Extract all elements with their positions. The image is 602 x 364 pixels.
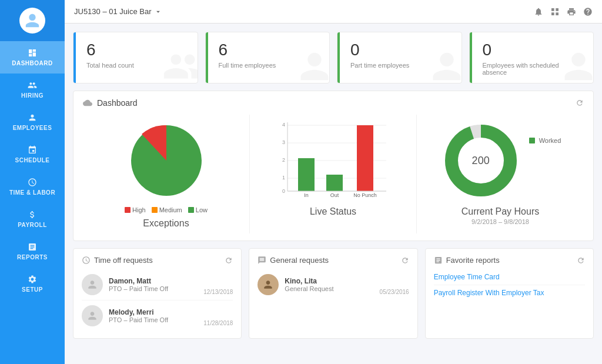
sidebar-item-schedule[interactable]: SCHEDULE [0, 138, 65, 171]
message-icon [257, 256, 266, 265]
live-status-title: Live Status [310, 206, 356, 217]
donut-chart: 200 [440, 119, 522, 202]
sidebar-item-setup[interactable]: SETUP [0, 268, 65, 300]
cloud-icon [83, 98, 92, 108]
general-requests-refresh-icon[interactable] [401, 256, 409, 265]
pay-hours-chart: 200 Worked Current Pay Hours 9/2/2018 – … [417, 115, 584, 233]
stat-card-fulltime: 6 Full time employees [205, 32, 330, 84]
exceptions-chart: High Medium Low Exceptions [83, 115, 250, 233]
dashboard-panel: Dashboard [73, 91, 594, 241]
request-info-0: Damon, Matt PTO – Paid Time Off [109, 277, 198, 292]
favorite-reports-card: Favorite reports Employee Time Card Payr… [425, 248, 594, 339]
sidebar-item-dashboard[interactable]: DASHBOARD [0, 41, 65, 74]
stat-ghost-icon [162, 46, 198, 84]
svg-text:In: In [304, 192, 309, 198]
svg-text:0: 0 [282, 188, 285, 194]
legend-dot-high [125, 207, 131, 213]
stat-cards-row: 6 Total head count 6 Full time employees [73, 32, 594, 84]
stat-card-parttime: 0 Part time employees [337, 32, 462, 84]
stat-card-total: 6 Total head count [73, 32, 198, 84]
accent-bar [73, 32, 76, 83]
topbar: JU5130 – 01 Juice Bar [65, 0, 602, 24]
donut-legend-worked: Worked [529, 137, 561, 144]
svg-text:Out: Out [330, 192, 339, 198]
star-icon [434, 256, 443, 265]
svg-text:2: 2 [282, 157, 285, 163]
time-off-refresh-icon[interactable] [225, 256, 233, 265]
time-off-requests-card: Time off requests Damon, Matt PTO – Paid… [73, 248, 242, 339]
live-status-chart: 4 3 2 1 0 [250, 115, 417, 233]
clock-icon [82, 256, 91, 265]
favorite-reports-title: Favorite reports [434, 256, 500, 265]
time-off-header: Time off requests [82, 256, 233, 265]
legend-medium: Medium [152, 206, 182, 213]
sidebar-item-hiring[interactable]: HIRING [0, 74, 65, 106]
topbar-actions [534, 7, 593, 16]
general-requester-avatar-0 [257, 274, 279, 295]
svg-rect-15 [357, 125, 373, 191]
location-selector[interactable]: JU5130 – 01 Juice Bar [74, 7, 162, 16]
requester-avatar-0 [82, 274, 103, 295]
svg-rect-13 [326, 175, 343, 191]
svg-rect-11 [298, 158, 315, 191]
time-off-item-0: Damon, Matt PTO – Paid Time Off 12/13/20… [82, 269, 233, 300]
general-request-item-0: Kino, Lita General Request 05/23/2016 [257, 269, 409, 300]
bar-chart: 4 3 2 1 0 [275, 119, 392, 202]
accent-bar [206, 32, 208, 83]
svg-text:1: 1 [282, 175, 285, 181]
favorite-reports-header: Favorite reports [434, 256, 585, 265]
pie-legend: High Medium Low [125, 206, 208, 213]
user-avatar-container [0, 0, 65, 41]
notification-icon[interactable] [534, 7, 543, 16]
sidebar-item-employees[interactable]: EMPLOYEES [0, 106, 65, 138]
panel-title: Dashboard [83, 98, 138, 108]
print-icon[interactable] [567, 7, 576, 16]
help-icon[interactable] [583, 7, 593, 16]
sidebar-item-reports[interactable]: REPORTS [0, 235, 65, 268]
sidebar-item-time-labor[interactable]: TIME & LABOR [0, 171, 65, 203]
general-requests-header: General requests [257, 256, 409, 265]
stat-ghost-icon [558, 46, 594, 84]
pie-chart [125, 119, 208, 202]
sidebar: DASHBOARD HIRING EMPLOYEES SCHEDULE TIME… [0, 0, 65, 364]
stat-ghost-icon [426, 46, 462, 84]
legend-dot-worked [529, 138, 535, 143]
general-requests-title: General requests [257, 256, 329, 265]
report-link-0[interactable]: Employee Time Card [434, 269, 585, 285]
svg-text:3: 3 [282, 139, 285, 145]
sidebar-navigation: DASHBOARD HIRING EMPLOYEES SCHEDULE TIME… [0, 41, 65, 300]
time-off-title: Time off requests [82, 256, 153, 265]
time-off-item-1: Melody, Merri PTO – Paid Time Off 11/28/… [82, 300, 233, 331]
exceptions-title: Exceptions [143, 218, 189, 229]
pay-hours-subtitle: 9/2/2018 – 9/8/2018 [471, 218, 529, 225]
svg-text:No Punch: No Punch [353, 192, 377, 198]
content-area: 6 Total head count 6 Full time employees [65, 24, 602, 364]
bottom-row: Time off requests Damon, Matt PTO – Paid… [73, 248, 594, 339]
legend-high: High [125, 206, 146, 213]
accent-bar [470, 32, 472, 83]
legend-low: Low [188, 206, 208, 213]
charts-row: High Medium Low Exceptions [83, 115, 584, 233]
request-info-1: Melody, Merri PTO – Paid Time Off [109, 308, 198, 323]
general-requests-card: General requests Kino, Lita General Requ… [249, 248, 417, 339]
legend-dot-low [188, 207, 194, 213]
general-request-info-0: Kino, Lita General Request [285, 277, 373, 292]
stat-card-absence: 0 Employees with scheduled absence [469, 32, 594, 84]
accent-bar [337, 32, 340, 83]
panel-header: Dashboard [83, 98, 584, 108]
refresh-icon[interactable] [576, 99, 584, 107]
avatar [19, 8, 45, 34]
svg-text:4: 4 [282, 122, 285, 128]
legend-dot-medium [152, 207, 158, 213]
stat-ghost-icon [294, 46, 330, 84]
pay-hours-title: Current Pay Hours [461, 206, 540, 217]
favorite-reports-refresh-icon[interactable] [577, 256, 585, 265]
requester-avatar-1 [82, 305, 103, 326]
donut-value: 200 [472, 155, 490, 167]
main-content: JU5130 – 01 Juice Bar 6 Total head count [65, 0, 602, 364]
location-label: JU5130 – 01 Juice Bar [74, 7, 152, 16]
sidebar-item-payroll[interactable]: PAYROLL [0, 203, 65, 235]
grid-icon[interactable] [550, 7, 560, 16]
report-link-1[interactable]: Payroll Register With Employer Tax [434, 285, 585, 300]
